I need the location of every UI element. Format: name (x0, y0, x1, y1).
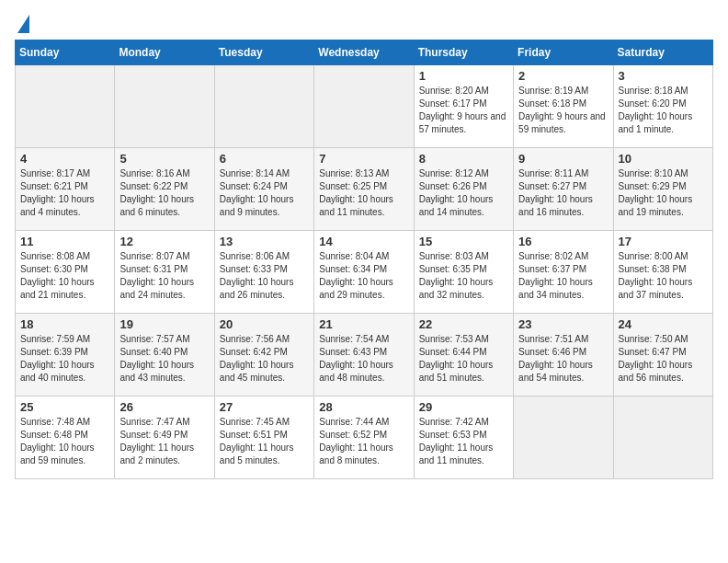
calendar-cell: 9Sunrise: 8:11 AMSunset: 6:27 PMDaylight… (514, 148, 613, 231)
calendar-cell (16, 65, 115, 148)
day-info: Sunrise: 8:04 AMSunset: 6:34 PMDaylight:… (319, 250, 408, 302)
calendar-week-row: 25Sunrise: 7:48 AMSunset: 6:48 PMDayligh… (16, 396, 713, 479)
day-info: Sunrise: 7:51 AMSunset: 6:46 PMDaylight:… (518, 333, 608, 385)
weekday-header-cell: Sunday (16, 40, 115, 65)
calendar-cell: 17Sunrise: 8:00 AMSunset: 6:38 PMDayligh… (613, 231, 712, 314)
day-info: Sunrise: 7:44 AMSunset: 6:52 PMDaylight:… (319, 416, 408, 467)
calendar-cell: 26Sunrise: 7:47 AMSunset: 6:49 PMDayligh… (115, 396, 214, 479)
day-number: 2 (518, 69, 608, 83)
calendar-cell (214, 65, 313, 148)
day-info: Sunrise: 7:59 AMSunset: 6:39 PMDaylight:… (20, 333, 109, 385)
calendar-cell: 13Sunrise: 8:06 AMSunset: 6:33 PMDayligh… (214, 231, 313, 314)
calendar-cell (314, 65, 414, 148)
calendar-cell: 12Sunrise: 8:07 AMSunset: 6:31 PMDayligh… (115, 231, 214, 314)
weekday-header-cell: Friday (514, 40, 613, 65)
day-info: Sunrise: 7:50 AMSunset: 6:47 PMDaylight:… (619, 333, 708, 385)
day-info: Sunrise: 8:16 AMSunset: 6:22 PMDaylight:… (119, 167, 209, 219)
calendar-cell: 22Sunrise: 7:53 AMSunset: 6:44 PMDayligh… (414, 314, 513, 396)
day-info: Sunrise: 7:48 AMSunset: 6:48 PMDaylight:… (20, 416, 109, 467)
calendar-week-row: 11Sunrise: 8:08 AMSunset: 6:30 PMDayligh… (16, 231, 713, 314)
day-number: 20 (220, 317, 309, 331)
day-number: 5 (119, 152, 209, 166)
day-number: 4 (20, 152, 109, 166)
day-number: 13 (220, 235, 309, 248)
calendar-cell: 2Sunrise: 8:19 AMSunset: 6:18 PMDaylight… (514, 65, 613, 148)
day-info: Sunrise: 8:03 AMSunset: 6:35 PMDaylight:… (419, 250, 508, 302)
day-info: Sunrise: 8:11 AMSunset: 6:27 PMDaylight:… (518, 167, 608, 219)
calendar-table: SundayMondayTuesdayWednesdayThursdayFrid… (15, 40, 713, 479)
day-info: Sunrise: 7:47 AMSunset: 6:49 PMDaylight:… (119, 416, 209, 467)
day-number: 6 (220, 152, 309, 166)
weekday-header-row: SundayMondayTuesdayWednesdayThursdayFrid… (16, 40, 713, 65)
weekday-header-cell: Thursday (414, 40, 513, 65)
day-info: Sunrise: 7:42 AMSunset: 6:53 PMDaylight:… (419, 416, 508, 467)
day-number: 3 (619, 69, 708, 83)
calendar-cell: 23Sunrise: 7:51 AMSunset: 6:46 PMDayligh… (514, 314, 613, 396)
calendar-cell: 4Sunrise: 8:17 AMSunset: 6:21 PMDaylight… (16, 148, 115, 231)
day-number: 17 (619, 235, 708, 248)
day-info: Sunrise: 8:17 AMSunset: 6:21 PMDaylight:… (20, 167, 109, 219)
calendar-cell: 27Sunrise: 7:45 AMSunset: 6:51 PMDayligh… (214, 396, 313, 479)
day-number: 26 (119, 400, 209, 414)
day-number: 18 (20, 317, 109, 331)
day-info: Sunrise: 8:18 AMSunset: 6:20 PMDaylight:… (619, 85, 708, 136)
day-info: Sunrise: 8:00 AMSunset: 6:38 PMDaylight:… (619, 250, 708, 302)
day-info: Sunrise: 7:45 AMSunset: 6:51 PMDaylight:… (220, 416, 309, 467)
day-number: 1 (419, 69, 508, 83)
day-info: Sunrise: 7:53 AMSunset: 6:44 PMDaylight:… (419, 333, 508, 385)
logo (15, 15, 29, 30)
weekday-header-cell: Wednesday (314, 40, 414, 65)
page-header (15, 15, 713, 30)
day-number: 7 (319, 152, 408, 166)
calendar-week-row: 1Sunrise: 8:20 AMSunset: 6:17 PMDaylight… (16, 65, 713, 148)
day-info: Sunrise: 8:07 AMSunset: 6:31 PMDaylight:… (119, 250, 209, 302)
day-number: 14 (319, 235, 408, 248)
day-info: Sunrise: 7:56 AMSunset: 6:42 PMDaylight:… (220, 333, 309, 385)
calendar-week-row: 18Sunrise: 7:59 AMSunset: 6:39 PMDayligh… (16, 314, 713, 396)
day-info: Sunrise: 7:54 AMSunset: 6:43 PMDaylight:… (319, 333, 408, 385)
day-info: Sunrise: 8:10 AMSunset: 6:29 PMDaylight:… (619, 167, 708, 219)
day-info: Sunrise: 8:06 AMSunset: 6:33 PMDaylight:… (220, 250, 309, 302)
calendar-cell (115, 65, 214, 148)
day-number: 27 (220, 400, 309, 414)
calendar-cell: 21Sunrise: 7:54 AMSunset: 6:43 PMDayligh… (314, 314, 414, 396)
calendar-cell: 7Sunrise: 8:13 AMSunset: 6:25 PMDaylight… (314, 148, 414, 231)
calendar-cell: 25Sunrise: 7:48 AMSunset: 6:48 PMDayligh… (16, 396, 115, 479)
calendar-week-row: 4Sunrise: 8:17 AMSunset: 6:21 PMDaylight… (16, 148, 713, 231)
day-info: Sunrise: 8:13 AMSunset: 6:25 PMDaylight:… (319, 167, 408, 219)
calendar-cell: 5Sunrise: 8:16 AMSunset: 6:22 PMDaylight… (115, 148, 214, 231)
day-number: 21 (319, 317, 408, 331)
day-info: Sunrise: 8:08 AMSunset: 6:30 PMDaylight:… (20, 250, 109, 302)
calendar-cell: 18Sunrise: 7:59 AMSunset: 6:39 PMDayligh… (16, 314, 115, 396)
calendar-cell: 10Sunrise: 8:10 AMSunset: 6:29 PMDayligh… (613, 148, 712, 231)
day-info: Sunrise: 8:20 AMSunset: 6:17 PMDaylight:… (419, 85, 508, 136)
day-number: 9 (518, 152, 608, 166)
calendar-cell: 6Sunrise: 8:14 AMSunset: 6:24 PMDaylight… (214, 148, 313, 231)
day-info: Sunrise: 8:02 AMSunset: 6:37 PMDaylight:… (518, 250, 608, 302)
calendar-cell: 28Sunrise: 7:44 AMSunset: 6:52 PMDayligh… (314, 396, 414, 479)
day-number: 19 (119, 317, 209, 331)
calendar-cell (613, 396, 712, 479)
calendar-body: 1Sunrise: 8:20 AMSunset: 6:17 PMDaylight… (16, 65, 713, 479)
day-number: 24 (619, 317, 708, 331)
day-info: Sunrise: 8:19 AMSunset: 6:18 PMDaylight:… (518, 85, 608, 136)
day-number: 25 (20, 400, 109, 414)
day-number: 15 (419, 235, 508, 248)
calendar-cell: 29Sunrise: 7:42 AMSunset: 6:53 PMDayligh… (414, 396, 513, 479)
calendar-cell: 8Sunrise: 8:12 AMSunset: 6:26 PMDaylight… (414, 148, 513, 231)
calendar-cell: 14Sunrise: 8:04 AMSunset: 6:34 PMDayligh… (314, 231, 414, 314)
calendar-cell: 15Sunrise: 8:03 AMSunset: 6:35 PMDayligh… (414, 231, 513, 314)
weekday-header-cell: Tuesday (214, 40, 313, 65)
calendar-cell (514, 396, 613, 479)
calendar-cell: 16Sunrise: 8:02 AMSunset: 6:37 PMDayligh… (514, 231, 613, 314)
calendar-cell: 19Sunrise: 7:57 AMSunset: 6:40 PMDayligh… (115, 314, 214, 396)
calendar-cell: 11Sunrise: 8:08 AMSunset: 6:30 PMDayligh… (16, 231, 115, 314)
day-number: 23 (518, 317, 608, 331)
calendar-cell: 20Sunrise: 7:56 AMSunset: 6:42 PMDayligh… (214, 314, 313, 396)
day-number: 16 (518, 235, 608, 248)
calendar-cell: 24Sunrise: 7:50 AMSunset: 6:47 PMDayligh… (613, 314, 712, 396)
day-number: 28 (319, 400, 408, 414)
day-info: Sunrise: 7:57 AMSunset: 6:40 PMDaylight:… (119, 333, 209, 385)
day-number: 11 (20, 235, 109, 248)
day-info: Sunrise: 8:14 AMSunset: 6:24 PMDaylight:… (220, 167, 309, 219)
